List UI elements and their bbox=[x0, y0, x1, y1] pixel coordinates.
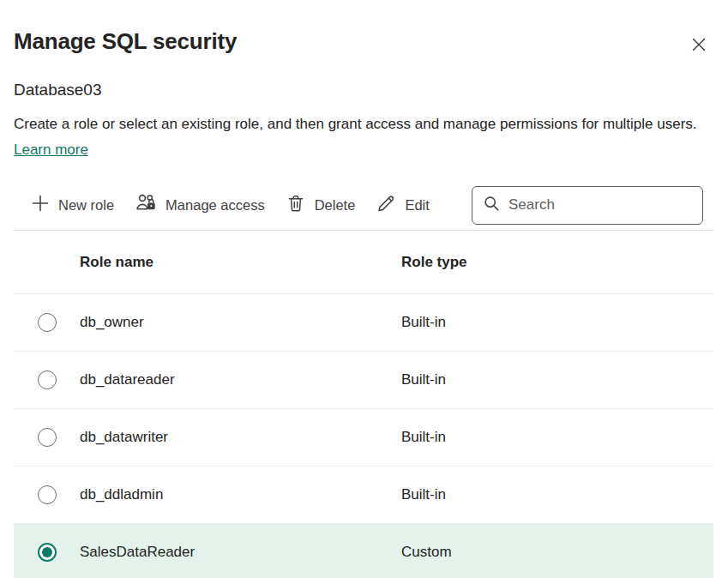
description-text: Create a role or select an existing role… bbox=[14, 111, 713, 163]
role-name-cell: db_ddladmin bbox=[80, 486, 401, 503]
role-name-cell: SalesDataReader bbox=[80, 544, 401, 561]
role-type-cell: Built-in bbox=[401, 486, 713, 503]
manage-sql-security-dialog: Manage SQL security Database03 Create a … bbox=[0, 0, 728, 578]
learn-more-link[interactable]: Learn more bbox=[14, 141, 88, 158]
table-row[interactable]: db_owner Built-in bbox=[14, 293, 713, 351]
manage-access-label: Manage access bbox=[165, 197, 265, 214]
role-radio[interactable] bbox=[38, 428, 57, 447]
pencil-icon bbox=[376, 193, 396, 217]
table-row[interactable]: SalesDataReader Custom bbox=[14, 523, 713, 578]
role-type-cell: Built-in bbox=[401, 429, 713, 446]
roles-table: Role name Role type db_owner Built-in db… bbox=[14, 231, 713, 578]
delete-button[interactable]: Delete bbox=[276, 186, 365, 224]
role-type-cell: Built-in bbox=[401, 314, 713, 331]
edit-button[interactable]: Edit bbox=[366, 186, 438, 224]
table-row[interactable]: db_datawriter Built-in bbox=[14, 408, 713, 466]
search-input[interactable] bbox=[508, 196, 692, 214]
database-name: Database03 bbox=[14, 80, 713, 100]
page-title: Manage SQL security bbox=[14, 28, 237, 54]
delete-label: Delete bbox=[315, 197, 356, 214]
toolbar: New role Manage access bbox=[14, 185, 713, 225]
manage-access-button[interactable]: Manage access bbox=[125, 186, 274, 224]
role-name-cell: db_datareader bbox=[80, 371, 401, 388]
search-box[interactable] bbox=[472, 186, 703, 225]
role-type-cell: Built-in bbox=[401, 371, 713, 388]
role-type-cell: Custom bbox=[401, 544, 713, 561]
role-name-cell: db_owner bbox=[80, 314, 401, 331]
column-role-type: Role type bbox=[401, 254, 713, 271]
table-row[interactable]: db_datareader Built-in bbox=[14, 351, 713, 408]
close-icon bbox=[689, 44, 708, 57]
role-radio[interactable] bbox=[38, 313, 57, 332]
description-body: Create a role or select an existing role… bbox=[14, 116, 697, 132]
plus-icon bbox=[31, 194, 50, 216]
new-role-button[interactable]: New role bbox=[21, 187, 123, 223]
column-role-name: Role name bbox=[80, 254, 401, 271]
role-name-cell: db_datawriter bbox=[80, 429, 401, 446]
role-radio[interactable] bbox=[38, 370, 57, 389]
trash-icon bbox=[286, 193, 306, 217]
table-row[interactable]: db_ddladmin Built-in bbox=[14, 466, 713, 523]
edit-label: Edit bbox=[405, 197, 429, 214]
people-lock-icon bbox=[135, 193, 157, 217]
role-radio[interactable] bbox=[38, 543, 57, 562]
role-radio[interactable] bbox=[38, 485, 57, 504]
close-button[interactable] bbox=[686, 32, 712, 57]
table-header: Role name Role type bbox=[14, 231, 713, 293]
new-role-label: New role bbox=[58, 197, 114, 214]
search-icon bbox=[483, 195, 500, 215]
